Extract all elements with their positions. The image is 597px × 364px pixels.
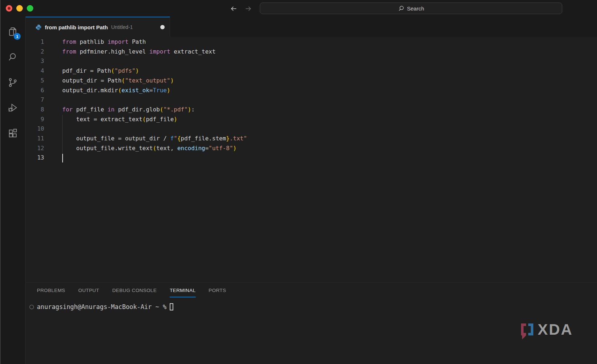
code-line[interactable]: 13 xyxy=(26,153,597,163)
code-line[interactable]: 8for pdf_file in pdf_dir.glob("*.pdf"): xyxy=(26,105,597,115)
editor-cursor xyxy=(62,154,63,162)
line-number: 12 xyxy=(26,144,44,153)
line-number: 9 xyxy=(26,115,44,124)
line-number: 4 xyxy=(26,66,44,76)
panel-tab-bar: PROBLEMS OUTPUT DEBUG CONSOLE TERMINAL P… xyxy=(26,283,597,299)
code-line[interactable]: 4pdf_dir = Path("pdfs") xyxy=(26,66,597,76)
source-control-icon xyxy=(8,77,18,88)
code-text: output_dir = Path("text_output") xyxy=(62,76,174,86)
zoom-button[interactable] xyxy=(27,5,33,12)
navigate-forward-button[interactable] xyxy=(244,5,252,13)
line-number: 1 xyxy=(26,37,44,47)
xda-logo-icon xyxy=(518,322,536,340)
terminal-prompt: anuragsingh@Anurags-MacBook-Air ~ % xyxy=(37,303,166,310)
line-number: 13 xyxy=(26,153,44,163)
tab-problems[interactable]: PROBLEMS xyxy=(37,284,65,297)
line-number: 11 xyxy=(26,134,44,144)
activity-bar: 1 xyxy=(0,17,26,364)
bottom-panel: PROBLEMS OUTPUT DEBUG CONSOLE TERMINAL P… xyxy=(26,282,597,364)
arrow-left-icon xyxy=(230,5,238,13)
code-text: output_dir.mkdir(exist_ok=True) xyxy=(62,86,170,96)
line-number: 6 xyxy=(26,86,44,96)
code-text: pdf_dir = Path("pdfs") xyxy=(62,66,139,76)
tab-output[interactable]: OUTPUT xyxy=(78,284,99,297)
tab-untitled-1[interactable]: from pathlib import Path Untitled-1 xyxy=(26,17,170,37)
terminal-cursor xyxy=(170,303,173,310)
code-text xyxy=(62,56,66,66)
code-line[interactable]: 7 xyxy=(26,95,597,105)
tab-ports[interactable]: PORTS xyxy=(209,284,226,297)
code-text: output_file = output_dir / f"{pdf_file.s… xyxy=(62,134,247,144)
code-line[interactable]: 9 text = extract_text(pdf_file) xyxy=(26,115,597,124)
run-debug-icon xyxy=(8,103,18,113)
title-bar: Search xyxy=(0,0,597,17)
code-lines: 1from pathlib import Path2from pdfminer.… xyxy=(26,37,597,163)
search-label: Search xyxy=(407,5,424,12)
search-icon xyxy=(8,52,18,62)
modified-indicator[interactable] xyxy=(160,25,165,29)
code-line[interactable]: 11 output_file = output_dir / f"{pdf_fil… xyxy=(26,134,597,144)
code-line[interactable]: 12 output_file.write_text(text, encoding… xyxy=(26,144,597,153)
line-number: 3 xyxy=(26,56,44,66)
tab-terminal[interactable]: TERMINAL xyxy=(170,284,195,297)
arrow-right-icon xyxy=(244,5,252,13)
line-number: 2 xyxy=(26,47,44,57)
xda-wordmark: XDA xyxy=(538,322,573,337)
window-left-edge xyxy=(0,0,1,364)
code-text: from pathlib import Path xyxy=(62,37,146,47)
terminal-prompt-line[interactable]: anuragsingh@Anurags-MacBook-Air ~ % xyxy=(26,303,597,310)
sidebar-item-explorer[interactable]: 1 xyxy=(4,23,21,41)
line-number: 10 xyxy=(26,124,44,134)
code-line[interactable]: 1from pathlib import Path xyxy=(26,37,597,47)
python-icon xyxy=(35,24,42,30)
main-area: 1 xyxy=(0,17,597,364)
close-button[interactable] xyxy=(6,5,12,12)
sidebar-item-source-control[interactable] xyxy=(4,74,21,91)
code-line[interactable]: 5output_dir = Path("text_output") xyxy=(26,76,597,86)
window-controls xyxy=(6,5,33,12)
extensions-icon xyxy=(8,128,18,138)
line-number: 8 xyxy=(26,105,44,115)
tab-title: from pathlib import Path xyxy=(45,24,108,30)
tab-bar: from pathlib import Path Untitled-1 xyxy=(26,17,597,37)
sidebar-item-run-debug[interactable] xyxy=(4,99,21,117)
code-text: for pdf_file in pdf_dir.glob("*.pdf"): xyxy=(62,105,195,115)
minimize-button[interactable] xyxy=(16,5,23,12)
code-text xyxy=(62,124,66,134)
code-line[interactable]: 6output_dir.mkdir(exist_ok=True) xyxy=(26,86,597,96)
sidebar-item-extensions[interactable] xyxy=(4,124,21,142)
editor-group: from pathlib import Path Untitled-1 1fro… xyxy=(26,17,597,364)
code-text: output_file.write_text(text, encoding="u… xyxy=(62,144,237,153)
code-text: text = extract_text(pdf_file) xyxy=(62,115,177,124)
line-number: 7 xyxy=(26,95,44,105)
tab-description: Untitled-1 xyxy=(111,24,133,30)
command-decoration-icon xyxy=(29,305,34,309)
tab-debug-console[interactable]: DEBUG CONSOLE xyxy=(112,284,157,297)
code-text: from pdfminer.high_level import extract_… xyxy=(62,47,216,57)
navigate-back-button[interactable] xyxy=(230,5,238,13)
explorer-badge: 1 xyxy=(14,33,21,40)
code-line[interactable]: 2from pdfminer.high_level import extract… xyxy=(26,47,597,57)
sidebar-item-search[interactable] xyxy=(4,48,21,66)
command-center-search[interactable]: Search xyxy=(260,3,562,14)
xda-watermark: XDA xyxy=(518,322,573,340)
code-line[interactable]: 10 xyxy=(26,124,597,134)
indent-guide xyxy=(62,115,63,153)
search-icon xyxy=(398,5,404,12)
code-line[interactable]: 3 xyxy=(26,56,597,66)
line-number: 5 xyxy=(26,76,44,86)
code-text xyxy=(62,95,66,105)
code-editor[interactable]: 1from pathlib import Path2from pdfminer.… xyxy=(26,37,597,282)
